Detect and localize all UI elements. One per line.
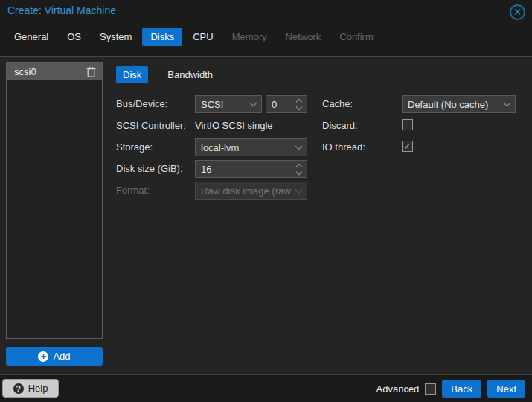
tab-cpu[interactable]: CPU [185,28,221,46]
scsi-controller-label: SCSI Controller: [116,120,186,131]
wizard-tab-bar: General OS System Disks CPU Memory Netwo… [6,28,384,46]
bus-select-value: SCSI [201,99,251,110]
chevron-down-icon [250,99,257,106]
trash-icon[interactable] [86,66,96,77]
close-icon[interactable]: ✕ [510,4,525,20]
device-number-stepper[interactable]: 0 [266,95,307,113]
disk-item-label: scsi0 [14,66,86,77]
bus-select[interactable]: SCSI [195,95,262,113]
chevron-down-icon [295,142,303,150]
advanced-checkbox[interactable] [425,383,436,395]
next-button[interactable]: Next [487,380,525,398]
advanced-label: Advanced [376,383,420,395]
subtab-disk[interactable]: Disk [116,66,148,83]
format-label: Format: [116,185,150,196]
disk-size-label: Disk size (GiB): [116,163,183,174]
cache-select-value: Default (No cache) [408,99,504,110]
disk-size-stepper[interactable]: 16 [195,160,307,178]
spinner-arrows-icon[interactable] [297,165,301,174]
discard-label: Discard: [322,120,358,131]
dialog-title: Create: Virtual Machine [7,4,116,16]
disk-subtab-bar: Disk Bandwidth [116,66,219,83]
disk-size-value: 16 [201,164,294,175]
cache-select[interactable]: Default (No cache) [402,95,516,113]
tab-memory: Memory [224,28,275,46]
help-button[interactable]: ? Help [2,379,59,398]
dialog-footer: ? Help Advanced Back Next [0,374,532,402]
tab-system[interactable]: System [92,28,140,46]
storage-select[interactable]: local-lvm [195,138,307,156]
plus-circle-icon: + [38,351,48,362]
scsi-controller-value: VirtIO SCSI single [195,120,273,131]
io-thread-checkbox[interactable] [402,141,413,152]
chevron-down-icon [504,99,511,106]
disk-list-item-scsi0[interactable]: scsi0 [7,63,102,80]
subtab-bandwidth[interactable]: Bandwidth [161,66,219,83]
back-button[interactable]: Back [442,380,481,398]
question-circle-icon: ? [13,383,24,394]
storage-select-value: local-lvm [201,142,296,153]
discard-checkbox[interactable] [402,119,413,130]
format-select-value: Raw disk image (raw [201,185,296,197]
add-button-label: Add [53,351,70,362]
tab-general[interactable]: General [6,28,57,46]
format-select: Raw disk image (raw [195,182,307,200]
add-disk-button[interactable]: + Add [6,347,103,366]
cache-label: Cache: [322,98,353,109]
tab-disks[interactable]: Disks [142,28,182,46]
disks-tab-content: scsi0 + Add Disk Bandwidth Bus/Device: [0,57,532,374]
footer-actions: Advanced Back Next [376,380,525,398]
tab-network: Network [278,28,330,46]
tab-os[interactable]: OS [59,28,89,46]
storage-label: Storage: [116,141,153,153]
spinner-arrows-icon[interactable] [297,100,301,109]
disk-list: scsi0 [6,62,103,339]
tab-confirm: Confirm [331,28,382,46]
bus-device-label: Bus/Device: [116,98,167,109]
device-number-value: 0 [272,99,294,110]
chevron-down-icon [295,185,303,193]
help-button-label: Help [28,383,48,394]
io-thread-label: IO thread: [322,141,365,153]
